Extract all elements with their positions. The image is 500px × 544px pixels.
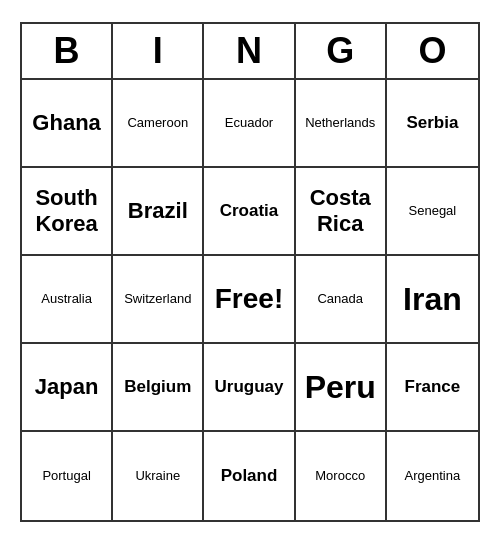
cell-r0-c2: Ecuador — [204, 80, 295, 168]
cell-r4-c2: Poland — [204, 432, 295, 520]
cell-r0-c1: Cameroon — [113, 80, 204, 168]
cell-text-r3-c2: Uruguay — [215, 377, 284, 397]
cell-text-r4-c2: Poland — [221, 466, 278, 486]
cell-r4-c3: Morocco — [296, 432, 387, 520]
cell-r3-c4: France — [387, 344, 478, 432]
header-letter-n: N — [204, 24, 295, 78]
cell-text-r0-c0: Ghana — [32, 110, 100, 136]
cell-text-r3-c1: Belgium — [124, 377, 191, 397]
cell-r3-c2: Uruguay — [204, 344, 295, 432]
cell-text-r4-c4: Argentina — [405, 468, 461, 484]
cell-text-r4-c0: Portugal — [42, 468, 90, 484]
cell-text-r0-c2: Ecuador — [225, 115, 273, 131]
header-letter-i: I — [113, 24, 204, 78]
cell-text-r2-c2: Free! — [215, 282, 283, 316]
cell-text-r0-c3: Netherlands — [305, 115, 375, 131]
cell-r2-c2: Free! — [204, 256, 295, 344]
bingo-header: BINGO — [22, 24, 478, 80]
cell-text-r1-c4: Senegal — [409, 203, 457, 219]
cell-r2-c3: Canada — [296, 256, 387, 344]
cell-text-r1-c1: Brazil — [128, 198, 188, 224]
cell-r3-c3: Peru — [296, 344, 387, 432]
cell-r1-c1: Brazil — [113, 168, 204, 256]
cell-text-r0-c1: Cameroon — [127, 115, 188, 131]
header-letter-b: B — [22, 24, 113, 78]
cell-r2-c1: Switzerland — [113, 256, 204, 344]
cell-text-r0-c4: Serbia — [406, 113, 458, 133]
cell-text-r2-c1: Switzerland — [124, 291, 191, 307]
cell-text-r4-c3: Morocco — [315, 468, 365, 484]
cell-text-r1-c0: South Korea — [26, 185, 107, 238]
cell-text-r2-c3: Canada — [317, 291, 363, 307]
cell-text-r3-c4: France — [405, 377, 461, 397]
bingo-grid: GhanaCameroonEcuadorNetherlandsSerbiaSou… — [22, 80, 478, 520]
bingo-card: BINGO GhanaCameroonEcuadorNetherlandsSer… — [20, 22, 480, 522]
cell-r2-c0: Australia — [22, 256, 113, 344]
header-letter-g: G — [296, 24, 387, 78]
header-letter-o: O — [387, 24, 478, 78]
cell-r1-c3: Costa Rica — [296, 168, 387, 256]
cell-r3-c1: Belgium — [113, 344, 204, 432]
cell-r1-c2: Croatia — [204, 168, 295, 256]
cell-r4-c1: Ukraine — [113, 432, 204, 520]
cell-r4-c4: Argentina — [387, 432, 478, 520]
cell-text-r1-c2: Croatia — [220, 201, 279, 221]
cell-r1-c0: South Korea — [22, 168, 113, 256]
cell-r0-c3: Netherlands — [296, 80, 387, 168]
cell-r3-c0: Japan — [22, 344, 113, 432]
cell-r0-c4: Serbia — [387, 80, 478, 168]
cell-text-r2-c0: Australia — [41, 291, 92, 307]
cell-r1-c4: Senegal — [387, 168, 478, 256]
cell-text-r3-c0: Japan — [35, 374, 99, 400]
cell-r0-c0: Ghana — [22, 80, 113, 168]
cell-r4-c0: Portugal — [22, 432, 113, 520]
cell-r2-c4: Iran — [387, 256, 478, 344]
cell-text-r1-c3: Costa Rica — [300, 185, 381, 238]
cell-text-r3-c3: Peru — [305, 368, 376, 406]
cell-text-r4-c1: Ukraine — [135, 468, 180, 484]
cell-text-r2-c4: Iran — [403, 280, 462, 318]
